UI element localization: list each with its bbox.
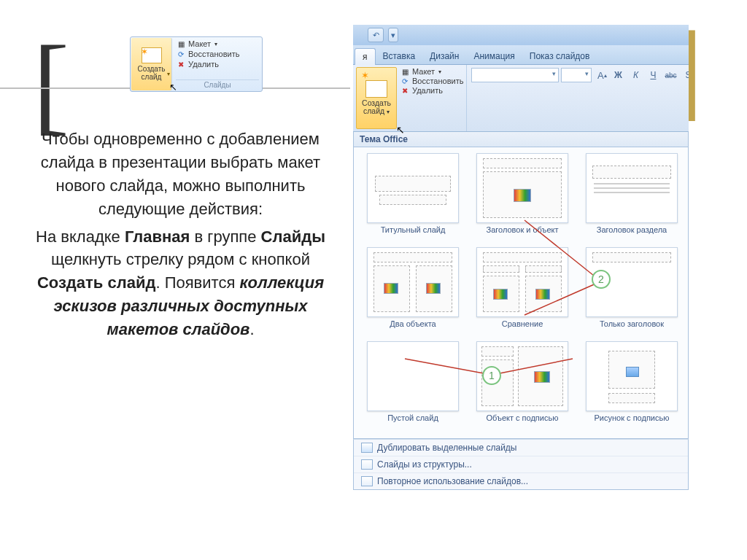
layout-button[interactable]: ▦Макет ▾ xyxy=(400,67,463,76)
bold-button[interactable]: Ж xyxy=(610,68,626,82)
tab-insert[interactable]: Вставка xyxy=(376,48,423,64)
duplicate-icon xyxy=(361,443,373,453)
outline-icon xyxy=(361,459,373,470)
new-slide-label: Создатьслайд ▾ xyxy=(362,99,391,116)
font-family-combo[interactable] xyxy=(471,68,559,82)
tab-slideshow[interactable]: Показ слайдов xyxy=(522,48,597,64)
delete-button[interactable]: ✖Удалить xyxy=(176,60,259,69)
layout-button[interactable]: ▦Макет ▾ xyxy=(176,39,259,48)
layout-title-content[interactable]: Заголовок и объект xyxy=(476,153,568,243)
layout-icon: ▦ xyxy=(400,67,410,76)
layout-gallery: Титульный слайд Заголовок и объект Загол… xyxy=(353,147,689,439)
powerpoint-panel: ↶ ▾ я Вставка Дизайн Анимация Показ слай… xyxy=(353,25,689,550)
reuse-icon xyxy=(361,476,373,486)
group-label: Слайды xyxy=(176,79,259,89)
tab-animation[interactable]: Анимация xyxy=(466,48,522,64)
body-text: Чтобы одновременно с добавлением слайда … xyxy=(18,128,343,346)
tab-design[interactable]: Дизайн xyxy=(422,48,466,64)
layout-title-only[interactable]: Только заголовок xyxy=(586,247,678,337)
layout-picture-caption[interactable]: Рисунок с подписью xyxy=(586,341,678,431)
new-slide-label: Создатьслайд xyxy=(137,65,165,81)
ribbon-snippet: ✶ Создатьслайд ▾ ▦Макет ▾ ⟳Восстановить … xyxy=(130,36,263,92)
restore-button[interactable]: ⟳Восстановить xyxy=(176,50,259,58)
restore-icon: ⟳ xyxy=(176,50,186,58)
new-slide-button[interactable]: ✶ Создатьслайд ▾ xyxy=(356,67,397,129)
delete-button[interactable]: ✖Удалить xyxy=(400,86,463,95)
duplicate-slides-button[interactable]: Дублировать выделенные слайды xyxy=(354,440,688,456)
tab-home[interactable]: я xyxy=(355,48,376,65)
ribbon-tabs: я Вставка Дизайн Анимация Показ слайдов xyxy=(353,45,689,65)
delete-label: Удалить xyxy=(188,60,219,69)
gallery-footer: Дублировать выделенные слайды Слайды из … xyxy=(353,439,689,490)
layout-blank[interactable]: Пустой слайд xyxy=(367,341,459,431)
quick-access-toolbar: ↶ ▾ xyxy=(353,25,689,45)
cursor-icon: ↖ xyxy=(169,82,177,93)
undo-button[interactable]: ↶ xyxy=(368,28,384,42)
cursor-icon: ↖ xyxy=(396,124,405,136)
slides-from-outline-button[interactable]: Слайды из структуры... xyxy=(354,456,688,472)
new-slide-icon: ✶ xyxy=(365,80,387,98)
restore-icon: ⟳ xyxy=(400,77,410,85)
font-size-combo[interactable] xyxy=(561,68,592,82)
shadow-button[interactable]: S xyxy=(680,68,689,82)
reuse-slides-button[interactable]: Повторное использование слайдов... xyxy=(354,472,688,489)
delete-icon: ✖ xyxy=(176,60,186,69)
layout-title-slide[interactable]: Титульный слайд xyxy=(367,153,459,243)
restore-button[interactable]: ⟳Восстановить xyxy=(400,77,463,85)
italic-button[interactable]: К xyxy=(627,68,643,82)
dropdown-arrow-icon: ▾ xyxy=(167,71,170,77)
group-font: A▴ Ж К Ч abc S AV↔ Aa xyxy=(467,65,689,131)
group-slides: ✶ Создатьслайд ▾ ▦Макет ▾ ⟳Восстановить … xyxy=(353,65,467,131)
layout-section-header[interactable]: Заголовок раздела xyxy=(586,153,678,243)
underline-button[interactable]: Ч xyxy=(645,68,661,82)
layout-two-content[interactable]: Два объекта xyxy=(367,247,459,337)
delete-icon: ✖ xyxy=(400,86,410,95)
qat-more-button[interactable]: ▾ xyxy=(388,28,398,42)
ribbon-body: ✶ Создатьслайд ▾ ▦Макет ▾ ⟳Восстановить … xyxy=(353,65,689,132)
layout-content-caption[interactable]: Объект с подписью xyxy=(476,341,568,431)
layout-comparison[interactable]: Сравнение xyxy=(476,247,568,337)
new-slide-icon: ✶ xyxy=(142,47,162,63)
grow-font-button[interactable]: A▴ xyxy=(594,68,610,82)
bracket-left: [ xyxy=(33,29,69,139)
strike-button[interactable]: abc xyxy=(662,68,678,82)
new-slide-button-small[interactable]: ✶ Создатьслайд ▾ xyxy=(131,38,172,90)
restore-label: Восстановить xyxy=(188,50,239,58)
layout-label: Макет xyxy=(188,39,211,48)
layout-icon: ▦ xyxy=(176,39,186,48)
